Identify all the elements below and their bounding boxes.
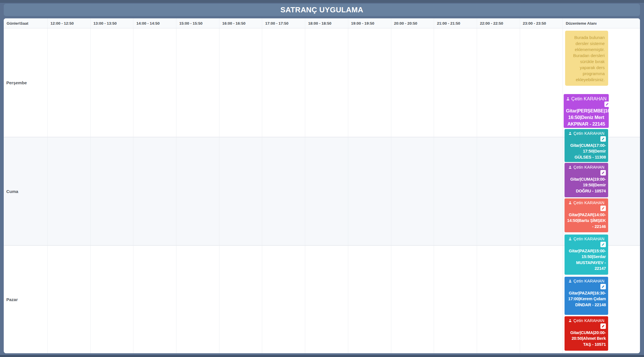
- schedule-cell[interactable]: [91, 246, 134, 353]
- schedule-cell[interactable]: [305, 28, 348, 137]
- schedule-cell[interactable]: [133, 246, 176, 353]
- lesson-card[interactable]: Çetin KARAHAN Gitar|CUMA|17:00-17:50|Dem…: [565, 129, 608, 162]
- teacher-name: Çetin KARAHAN: [571, 96, 607, 102]
- schedule-cell[interactable]: [434, 28, 477, 137]
- edit-icon: [602, 325, 605, 328]
- corner-header: Günler\Saat: [4, 18, 48, 28]
- user-icon: [568, 319, 572, 323]
- schedule-cell[interactable]: [48, 246, 91, 353]
- schedule-cell[interactable]: [176, 246, 219, 353]
- edit-lesson-button[interactable]: [600, 170, 606, 175]
- schedule-cell[interactable]: [262, 246, 305, 353]
- schedule-cell[interactable]: [477, 28, 520, 137]
- time-column-header: 21:00 - 21:50: [434, 18, 477, 28]
- lesson-card-text: Gitar|PAZAR|15:00-15:50|Serdar MUSTAPAYE…: [567, 248, 606, 271]
- schedule-cell[interactable]: [262, 137, 305, 245]
- schedule-cell[interactable]: [348, 28, 391, 137]
- lesson-card[interactable]: Çetin KARAHAN Gitar|PAZAR|14:00-14:50|Ba…: [565, 198, 608, 232]
- window-bottom-edge: [0, 355, 644, 357]
- drag-drop-notice: Burada bulunan dersler sisteme eklenemem…: [565, 31, 608, 86]
- schedule-cell[interactable]: [520, 137, 563, 245]
- editing-area-header: Düzenleme Alanı: [563, 18, 640, 28]
- schedule-cell[interactable]: [520, 28, 563, 137]
- teacher-name-row: Çetin KARAHAN: [567, 165, 606, 169]
- edit-lesson-button[interactable]: [600, 323, 606, 329]
- time-column-header: 19:00 - 19:50: [348, 18, 391, 28]
- schedule-cell[interactable]: [391, 28, 434, 137]
- table-header-row: Günler\Saat 12:00 - 12:50 13:00 - 13:50 …: [4, 18, 640, 28]
- lesson-card-text: Gitar|PERŞEMBE|16:00-16:50|Deniz Mert AK…: [566, 108, 606, 127]
- schedule-cell[interactable]: [219, 246, 262, 353]
- user-icon: [566, 97, 570, 101]
- time-column-header: 15:00 - 15:50: [176, 18, 219, 28]
- teacher-name-row: Çetin KARAHAN: [567, 279, 606, 283]
- time-column-header: 17:00 - 17:50: [262, 18, 305, 28]
- lesson-card[interactable]: Çetin KARAHAN Gitar|PAZAR|15:00-15:50|Se…: [565, 235, 608, 275]
- teacher-name: Çetin KARAHAN: [573, 279, 604, 283]
- day-row-pazar: Pazar: [4, 245, 640, 353]
- edit-icon: [602, 207, 605, 210]
- edit-icon: [602, 137, 605, 141]
- schedule-cell[interactable]: [477, 137, 520, 245]
- teacher-name: Çetin KARAHAN: [573, 318, 604, 323]
- schedule-cell[interactable]: [305, 246, 348, 353]
- lesson-card-text: Gitar|PAZAR|16:30-17:00|Kerem Çıdam DİND…: [567, 290, 606, 308]
- schedule-cell[interactable]: [391, 246, 434, 353]
- schedule-cell[interactable]: [434, 137, 477, 245]
- teacher-name: Çetin KARAHAN: [573, 237, 604, 241]
- lesson-card-text: Gitar|CUMA|17:00-17:50|Demir GÜLSES - 11…: [567, 143, 606, 160]
- day-label: Cuma: [4, 137, 48, 245]
- lesson-card-text: Gitar|CUMA|20:00-20:50|Ahmet Berk TAŞ - …: [567, 330, 606, 347]
- schedule-cell[interactable]: [48, 137, 91, 245]
- edit-icon: [606, 103, 609, 106]
- title-bar: SATRANÇ UYGULAMA: [4, 4, 640, 16]
- schedule-cell[interactable]: [434, 246, 477, 353]
- lesson-card[interactable]: Çetin KARAHAN Gitar|CUMA|20:00-20:50|Ahm…: [565, 316, 608, 351]
- time-column-header: 16:00 - 16:50: [219, 18, 262, 28]
- lesson-card-text: Gitar|PAZAR|14:00-14:50|Bartu ŞİMŞEK - 2…: [567, 212, 606, 229]
- teacher-name: Çetin KARAHAN: [573, 165, 604, 169]
- teacher-name-row: Çetin KARAHAN: [567, 131, 606, 136]
- teacher-name: Çetin KARAHAN: [573, 131, 604, 136]
- time-column-header: 14:00 - 14:50: [133, 18, 176, 28]
- time-column-header: 13:00 - 13:50: [91, 18, 134, 28]
- schedule-cell[interactable]: [520, 246, 563, 353]
- user-icon: [568, 279, 572, 283]
- lesson-card[interactable]: Çetin KARAHAN Gitar|CUMA|19:00-19:50|Dem…: [565, 163, 608, 197]
- schedule-cell[interactable]: [176, 28, 219, 137]
- user-icon: [568, 132, 572, 135]
- edit-lesson-button[interactable]: [600, 136, 606, 142]
- day-row-persembe: Perşembe: [4, 28, 640, 137]
- schedule-cell[interactable]: [391, 137, 434, 245]
- page-title: SATRANÇ UYGULAMA: [280, 5, 363, 14]
- schedule-cell[interactable]: [91, 28, 134, 137]
- edit-lesson-button[interactable]: [600, 242, 606, 247]
- schedule-cell[interactable]: [219, 137, 262, 245]
- schedule-cell[interactable]: [305, 137, 348, 245]
- teacher-name: Çetin KARAHAN: [573, 200, 604, 205]
- user-icon: [568, 237, 572, 241]
- schedule-cell[interactable]: [348, 246, 391, 353]
- schedule-cell[interactable]: [48, 28, 91, 137]
- teacher-name-row: Çetin KARAHAN: [567, 318, 606, 323]
- schedule-cell[interactable]: [176, 137, 219, 245]
- schedule-cell[interactable]: [477, 246, 520, 353]
- schedule-cell[interactable]: [262, 28, 305, 137]
- day-label: Perşembe: [4, 28, 48, 137]
- schedule-cell[interactable]: [219, 28, 262, 137]
- time-column-header: 22:00 - 22:50: [477, 18, 520, 28]
- schedule-cell[interactable]: [133, 137, 176, 245]
- edit-lesson-button[interactable]: [604, 102, 609, 107]
- user-icon: [568, 165, 572, 169]
- schedule-cell[interactable]: [133, 28, 176, 137]
- time-column-header: 23:00 - 23:50: [520, 18, 563, 28]
- lesson-card[interactable]: Çetin KARAHAN Gitar|PERŞEMBE|16:00-16:50…: [564, 94, 609, 128]
- time-column-header: 20:00 - 20:50: [391, 18, 434, 28]
- schedule-cell[interactable]: [91, 137, 134, 245]
- schedule-table: Günler\Saat 12:00 - 12:50 13:00 - 13:50 …: [4, 18, 640, 353]
- schedule-cell[interactable]: [348, 137, 391, 245]
- edit-lesson-button[interactable]: [600, 206, 606, 211]
- lesson-card[interactable]: Çetin KARAHAN Gitar|PAZAR|16:30-17:00|Ke…: [565, 277, 608, 315]
- edit-lesson-button[interactable]: [600, 284, 606, 289]
- teacher-name-row: Çetin KARAHAN: [567, 200, 606, 205]
